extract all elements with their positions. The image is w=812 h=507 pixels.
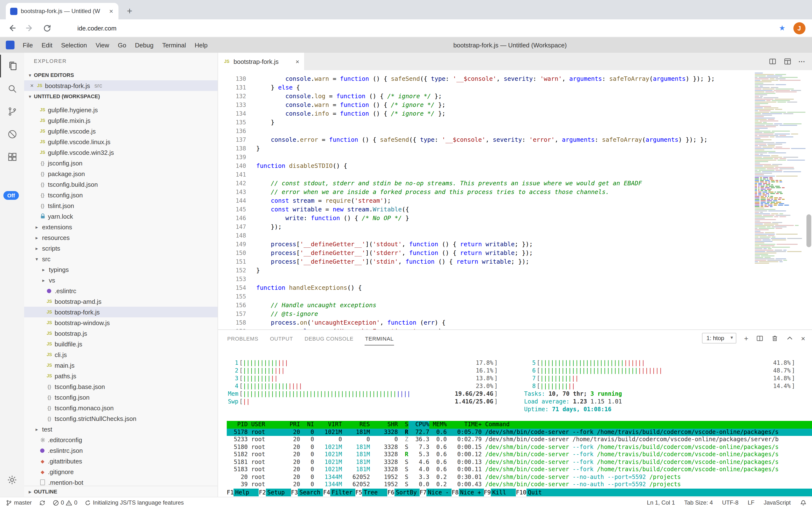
menu-item-view[interactable]: View (91, 41, 114, 49)
code-line[interactable]: 133 console.warn = function () { /* igno… (218, 101, 752, 109)
split-editor-icon[interactable] (768, 58, 776, 65)
code-line[interactable]: 130 console.warn = function () { safeSen… (218, 74, 752, 83)
avatar[interactable]: J (793, 22, 805, 34)
split-terminal-icon[interactable] (756, 335, 763, 342)
panel-tab-terminal[interactable]: TERMINAL (365, 331, 394, 345)
tree-item[interactable]: {}jsconfig.json (24, 158, 217, 168)
tree-item[interactable]: ▸vs (24, 275, 217, 285)
tree-item[interactable]: .mention-bot (24, 477, 217, 486)
panel-tab-output[interactable]: OUTPUT (269, 331, 294, 345)
address-bar[interactable]: ide.coder.com (77, 24, 779, 32)
htop-fkey[interactable]: F5Tree (355, 488, 387, 496)
code-line[interactable]: 152} (218, 266, 752, 275)
panel-tab-problems[interactable]: PROBLEMS (227, 331, 259, 345)
outline-header[interactable]: ▸ OUTLINE (24, 486, 217, 497)
tree-item[interactable]: .editorconfig (24, 435, 217, 445)
code-line[interactable]: 158 process.on('uncaughtException', func… (218, 318, 752, 327)
tree-item[interactable]: {}tsconfig.monaco.json (24, 402, 217, 413)
code-line[interactable]: 154function handleExceptions() { (218, 283, 752, 292)
scrollbar-thumb[interactable] (806, 214, 811, 247)
branch-indicator[interactable]: master (6, 499, 32, 506)
code-line[interactable]: 143 // error when we are inside a forked… (218, 188, 752, 196)
code-line[interactable]: 145 const writable = new stream.Writable… (218, 205, 752, 214)
code-line[interactable]: 147 }); (218, 223, 752, 231)
menu-item-go[interactable]: Go (114, 41, 131, 49)
source-control-icon[interactable] (0, 100, 24, 123)
code-line[interactable]: 136 (218, 127, 752, 135)
tree-item[interactable]: {}tsconfig.build.json (24, 179, 217, 190)
code-line[interactable]: 142 // const stdout, stderr and stdin be… (218, 179, 752, 188)
code-line[interactable]: 138} (218, 144, 752, 153)
code-line[interactable]: 155 (218, 292, 752, 301)
tree-item[interactable]: .eslintrc.json (24, 445, 217, 456)
htop-fkey[interactable]: F6SortBy (387, 488, 420, 496)
status-item[interactable]: JavaScript (764, 499, 791, 506)
editor-tab[interactable]: JS bootstrap-fork.js × (218, 53, 304, 70)
maximize-panel-icon[interactable] (786, 335, 793, 342)
htop-fkey[interactable]: F3Search (291, 488, 323, 496)
tree-item[interactable]: JSgulpfile.vscode.linux.js (24, 136, 217, 147)
explorer-icon[interactable] (0, 55, 24, 77)
tree-item[interactable]: {}tsconfig.base.json (24, 381, 217, 392)
status-item[interactable]: Ln 1, Col 1 (647, 499, 675, 506)
off-badge[interactable]: Off (3, 191, 19, 200)
code-area[interactable]: 130 console.warn = function () { safeSen… (218, 70, 752, 330)
tree-item[interactable]: JSmain.js (24, 360, 217, 371)
tree-item[interactable]: ▸resources (24, 232, 217, 243)
reload-button[interactable] (42, 23, 52, 34)
workspace-header[interactable]: ▾ UNTITLED (WORKSPACE) (24, 91, 217, 102)
code-line[interactable]: 139 (218, 153, 752, 162)
code-line[interactable]: 144 const stream = require('stream'); (218, 196, 752, 205)
menu-item-help[interactable]: Help (190, 41, 212, 49)
new-tab-button[interactable]: + (123, 6, 136, 16)
panel-tab-debug-console[interactable]: DEBUG CONSOLE (304, 331, 354, 345)
menu-item-selection[interactable]: Selection (57, 41, 91, 49)
code-line[interactable]: 157 // @ts-ignore (218, 309, 752, 318)
tab-close-icon[interactable]: × (108, 7, 114, 15)
htop-fkey[interactable]: F10Quit (516, 488, 551, 496)
tree-item[interactable]: JSbootstrap.js (24, 328, 217, 339)
code-editor[interactable]: 130 console.warn = function () { safeSen… (218, 70, 812, 330)
tree-item[interactable]: {}tsconfig.json (24, 190, 217, 200)
tree-item[interactable]: JSbootstrap-window.js (24, 317, 217, 328)
code-line[interactable]: 137 console.error = function () { safeSe… (218, 135, 752, 144)
tree-item[interactable]: yarn.lock (24, 211, 217, 222)
tree-item[interactable]: ▸test (24, 424, 217, 435)
code-line[interactable]: 149 process['__defineGetter__']('stdout'… (218, 240, 752, 249)
close-panel-icon[interactable]: × (801, 335, 805, 342)
code-line[interactable]: 141 (218, 170, 752, 179)
tree-item[interactable]: {}tsconfig.json (24, 392, 217, 402)
tree-item[interactable]: ◆.gitattributes (24, 456, 217, 466)
code-line[interactable]: 140function disableSTDIO() { (218, 162, 752, 170)
htop-fkey[interactable]: F1Help (227, 488, 259, 496)
tree-item[interactable]: JSgulpfile.vscode.win32.js (24, 147, 217, 158)
forward-button[interactable] (24, 23, 35, 34)
status-item[interactable]: Tab Size: 4 (684, 499, 713, 506)
htop-fkey[interactable]: F8Nice + (451, 488, 484, 496)
htop-fkey[interactable]: F4Filter (323, 488, 355, 496)
minimap[interactable] (752, 70, 805, 330)
sync-icon[interactable] (39, 500, 45, 506)
editor-scrollbar[interactable] (805, 70, 812, 330)
tree-item[interactable]: JSbuildfile.js (24, 339, 217, 349)
htop-fkey[interactable]: F2Setup (259, 488, 291, 496)
htop-fkey[interactable]: F9Kill (484, 488, 516, 496)
tree-item[interactable]: JSgulpfile.mixin.js (24, 115, 217, 126)
new-terminal-icon[interactable]: + (744, 335, 748, 342)
bookmark-star-icon[interactable]: ★ (779, 24, 786, 33)
htop-fkey[interactable]: F7Nice - (420, 488, 451, 496)
menu-item-terminal[interactable]: Terminal (158, 41, 190, 49)
tree-item[interactable]: ▾src (24, 253, 217, 264)
tree-item[interactable]: ◆.gitignore (24, 466, 217, 477)
code-line[interactable]: 159 console.error('Uncaught Exception: '… (218, 327, 752, 330)
browser-tab[interactable]: bootstrap-fork.js — Untitled (W × (6, 3, 118, 19)
terminal-select[interactable]: 1: htop ▾ (702, 333, 736, 343)
tree-item[interactable]: ▸typings (24, 264, 217, 275)
back-button[interactable] (7, 23, 17, 34)
tree-item[interactable]: ▸extensions (24, 222, 217, 232)
code-line[interactable]: 134 console.info = function () { /* igno… (218, 109, 752, 118)
status-item[interactable]: LF (748, 499, 754, 506)
open-editor-item[interactable]: × JS bootstrap-fork.js src (24, 80, 217, 91)
tree-item[interactable]: JSpaths.js (24, 371, 217, 381)
code-line[interactable]: 151 process['__defineGetter__']('stdin',… (218, 258, 752, 266)
